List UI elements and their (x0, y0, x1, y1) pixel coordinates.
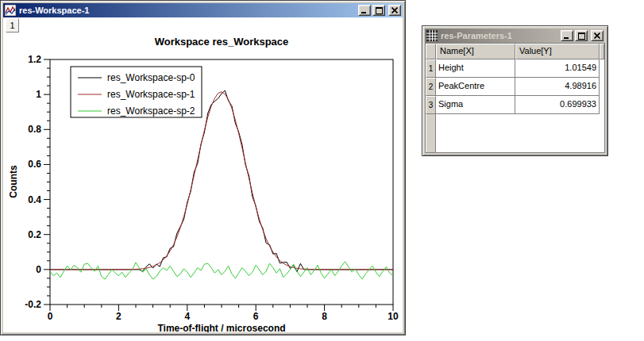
plot-title: Workspace res_Workspace (155, 36, 289, 48)
maximize-icon (578, 33, 585, 40)
column-header-value[interactable]: Value[Y] (515, 44, 600, 59)
maximize-icon (376, 7, 383, 14)
parameters-window-titlebar[interactable]: res-Parameters-1 (425, 29, 605, 43)
workspace-plot-window: res-Workspace-1 1 Workspace res_Workspac… (0, 0, 406, 335)
x-axis-title: Time-of-flight / microsecond (157, 323, 285, 332)
y-tick-label: 0.2 (28, 229, 41, 240)
x-tick-label: 8 (322, 311, 327, 322)
y-tick-label: 0 (36, 264, 41, 275)
curve-sp-1 (50, 92, 393, 270)
y-tick-label: 1 (36, 89, 41, 100)
table-row: 2 PeakCentre 4.98916 (426, 78, 604, 96)
y-axis-title: Counts (8, 165, 19, 198)
plot-minimize-button[interactable] (358, 5, 371, 16)
plot-window-titlebar[interactable]: res-Workspace-1 (3, 3, 403, 17)
x-tick-label: 4 (184, 311, 190, 322)
table-row: 1 Height 1.01549 (426, 59, 604, 78)
row-header-strip (426, 114, 436, 152)
plot-close-button[interactable] (388, 5, 401, 16)
curve-sp-2 (50, 262, 393, 279)
parameters-minimize-button[interactable] (561, 30, 573, 41)
y-tick-label: 0.4 (28, 194, 41, 205)
y-tick-label: 1.2 (28, 54, 41, 65)
row-header-1[interactable]: 1 (426, 59, 436, 78)
table-corner-cell[interactable] (426, 44, 436, 59)
y-tick-label: -0.2 (25, 299, 41, 310)
y-tick-label: 0.6 (28, 159, 41, 170)
plot-curves (50, 90, 393, 279)
plot-window-title: res-Workspace-1 (19, 6, 357, 15)
parameters-close-button[interactable] (591, 30, 604, 41)
column-header-name[interactable]: Name[X] (436, 44, 515, 59)
parameters-maximize-button[interactable] (575, 30, 588, 41)
parameters-window-title: res-Parameters-1 (441, 31, 559, 40)
table-row: 3 Sigma 0.699933 (426, 96, 604, 114)
legend-entry-label: res_Workspace-sp-1 (107, 89, 195, 100)
x-tick-label: 10 (388, 311, 399, 322)
legend-entry-label: res_Workspace-sp-0 (107, 72, 195, 83)
table-grid-icon[interactable] (426, 30, 438, 41)
legend-entry-label: res_Workspace-sp-2 (107, 105, 195, 117)
minimize-icon (361, 8, 368, 13)
close-icon (594, 33, 600, 39)
table-blank-cells[interactable] (436, 114, 604, 152)
cell-name-sigma[interactable]: Sigma (436, 96, 515, 114)
cell-value-height[interactable]: 1.01549 (515, 59, 600, 78)
plot-client-area: 1 Workspace res_Workspace Time-of-flight… (3, 17, 403, 332)
column-header-stub (600, 44, 604, 59)
table-empty-area (426, 114, 604, 152)
minimize-icon (564, 33, 570, 39)
parameters-table: Name[X] Value[Y] 1 Height 1.01549 2 Peak… (425, 43, 605, 153)
x-tick-label: 2 (116, 311, 121, 322)
parameters-table-window: res-Parameters-1 Name[X] Value[Y] 1 Heig… (422, 25, 608, 156)
x-tick-label: 0 (48, 311, 53, 322)
plot-canvas[interactable]: Workspace res_Workspace Time-of-flight /… (3, 17, 403, 332)
x-tick-label: 6 (253, 311, 259, 322)
plot-legend[interactable]: res_Workspace-sp-0res_Workspace-sp-1res_… (71, 67, 202, 117)
plot-maximize-button[interactable] (372, 5, 385, 16)
cell-value-peakcentre[interactable]: 4.98916 (515, 78, 600, 96)
cell-name-height[interactable]: Height (436, 59, 515, 78)
plot-curve-icon[interactable] (5, 5, 16, 16)
y-tick-label: 0.8 (28, 124, 41, 135)
row-header-3[interactable]: 3 (426, 96, 436, 114)
row-header-2[interactable]: 2 (426, 78, 436, 96)
cell-name-peakcentre[interactable]: PeakCentre (436, 78, 515, 96)
close-icon (391, 7, 398, 13)
cell-value-sigma[interactable]: 0.699933 (515, 96, 600, 114)
